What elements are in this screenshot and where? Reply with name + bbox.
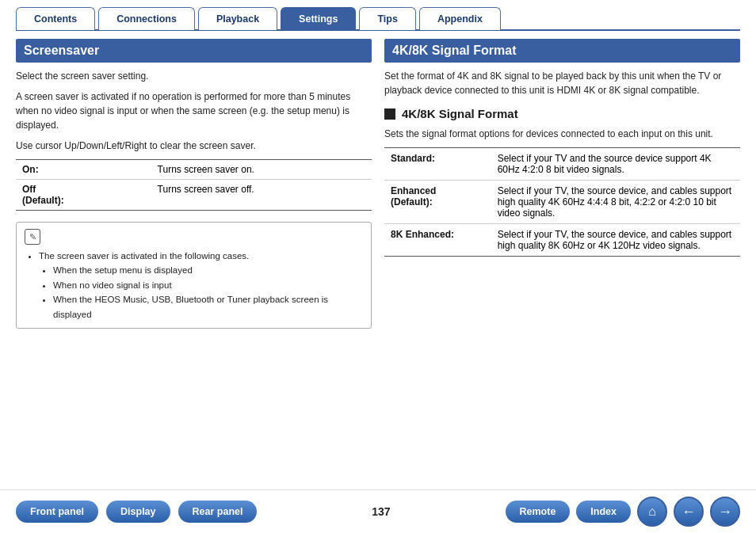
note-sublist: When the setup menu is displayed When no… bbox=[53, 263, 363, 322]
subsection-intro: Sets the signal format options for devic… bbox=[384, 127, 740, 141]
table-row: 8K Enhanced: Select if your TV, the sour… bbox=[384, 224, 740, 257]
tab-tips[interactable]: Tips bbox=[359, 7, 415, 30]
screensaver-table: On: Turns screen saver on. Off(Default):… bbox=[16, 159, 372, 211]
table-row: Off(Default): Turns screen saver off. bbox=[16, 180, 372, 211]
tab-settings[interactable]: Settings bbox=[281, 7, 356, 30]
setting-off-desc: Turns screen saver off. bbox=[151, 180, 372, 211]
subsection-header: 4K/8K Signal Format bbox=[384, 107, 740, 120]
subsection-title: 4K/8K Signal Format bbox=[402, 107, 518, 120]
list-item: The screen saver is activated in the fol… bbox=[39, 249, 363, 263]
footer-left: Front panel Display Rear panel bbox=[16, 501, 257, 523]
table-row: On: Turns screen saver on. bbox=[16, 160, 372, 180]
table-row: Enhanced(Default): Select if your TV, th… bbox=[384, 181, 740, 224]
list-item: When the HEOS Music, USB, Bluetooth or T… bbox=[53, 292, 363, 322]
signal-format-header: 4K/8K Signal Format bbox=[384, 39, 740, 63]
enhanced-desc: Select if your TV, the source device, an… bbox=[491, 181, 740, 224]
8k-enhanced-label: 8K Enhanced: bbox=[384, 224, 491, 257]
page-number: 137 bbox=[364, 505, 398, 518]
setting-on-label: On: bbox=[16, 160, 151, 180]
signal-format-intro: Set the format of 4K and 8K signal to be… bbox=[384, 69, 740, 97]
index-button[interactable]: Index bbox=[576, 501, 631, 523]
tab-appendix[interactable]: Appendix bbox=[419, 7, 501, 30]
list-item: When no video signal is input bbox=[53, 278, 363, 292]
forward-button[interactable]: → bbox=[710, 497, 740, 527]
remote-button[interactable]: Remote bbox=[506, 501, 571, 523]
right-column: 4K/8K Signal Format Set the format of 4K… bbox=[384, 39, 740, 482]
enhanced-label: Enhanced(Default): bbox=[384, 181, 491, 224]
standard-desc: Select if your TV and the source device … bbox=[491, 148, 740, 181]
footer: Front panel Display Rear panel 137 Remot… bbox=[0, 489, 756, 533]
8k-enhanced-desc: Select if your TV, the source device, an… bbox=[491, 224, 740, 257]
screensaver-intro3: Use cursor Up/Down/Left/Right to clear t… bbox=[16, 139, 372, 153]
tab-connections[interactable]: Connections bbox=[98, 7, 195, 30]
screensaver-intro2: A screen saver is activated if no operat… bbox=[16, 89, 372, 132]
standard-label: Standard: bbox=[384, 148, 491, 181]
left-column: Screensaver Select the screen saver sett… bbox=[16, 39, 372, 482]
note-list: The screen saver is activated in the fol… bbox=[39, 249, 363, 322]
table-row: Standard: Select if your TV and the sour… bbox=[384, 148, 740, 181]
home-button[interactable]: ⌂ bbox=[637, 497, 667, 527]
screensaver-header: Screensaver bbox=[16, 39, 372, 63]
setting-off-label: Off(Default): bbox=[16, 180, 151, 211]
list-item: When the setup menu is displayed bbox=[53, 263, 363, 277]
tab-playback[interactable]: Playback bbox=[198, 7, 277, 30]
tab-contents[interactable]: Contents bbox=[16, 7, 95, 30]
back-button[interactable]: ← bbox=[674, 497, 704, 527]
main-content: Screensaver Select the screen saver sett… bbox=[0, 31, 756, 489]
square-icon bbox=[384, 109, 395, 120]
footer-right: Remote Index ⌂ ← → bbox=[506, 497, 741, 527]
nav-tabs: Contents Connections Playback Settings T… bbox=[0, 0, 756, 29]
rear-panel-button[interactable]: Rear panel bbox=[178, 501, 258, 523]
signal-table: Standard: Select if your TV and the sour… bbox=[384, 147, 740, 257]
screensaver-intro1: Select the screen saver setting. bbox=[16, 69, 372, 83]
display-button[interactable]: Display bbox=[106, 501, 170, 523]
setting-on-desc: Turns screen saver on. bbox=[151, 160, 372, 180]
pencil-icon: ✎ bbox=[25, 229, 40, 245]
note-box: ✎ The screen saver is activated in the f… bbox=[16, 222, 372, 329]
front-panel-button[interactable]: Front panel bbox=[16, 501, 98, 523]
